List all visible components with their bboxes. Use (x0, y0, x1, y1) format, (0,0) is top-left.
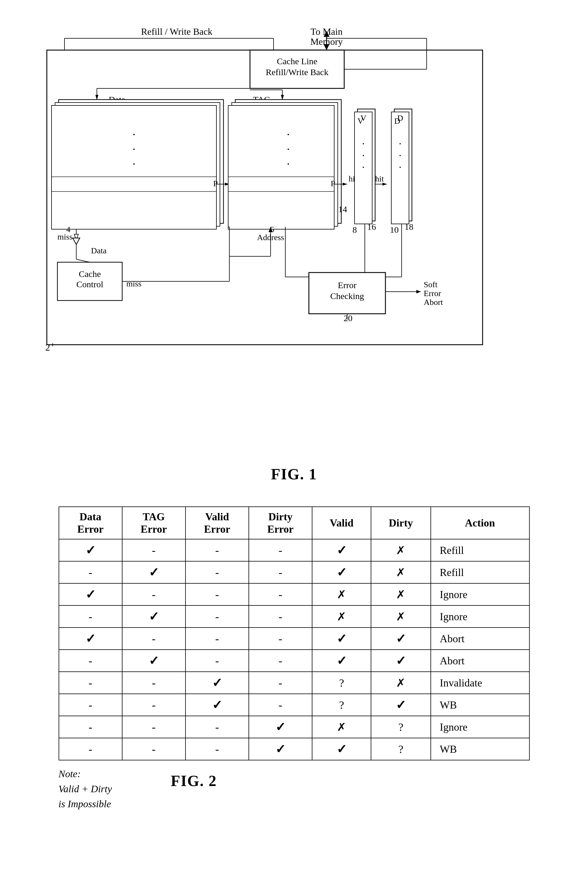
svg-text:Checking: Checking (330, 291, 364, 301)
table-cell-0-4: ✓ (312, 539, 371, 561)
col-header-tag-error: TAGError (122, 507, 186, 539)
svg-text:Refill / Write Back: Refill / Write Back (141, 26, 212, 37)
table-cell-9-0: - (59, 738, 122, 760)
svg-text:D: D (394, 116, 400, 125)
table-cell-1-5: ✗ (371, 561, 431, 583)
table-cell-2-2: - (186, 583, 249, 605)
col-header-dirty: Dirty (371, 507, 431, 539)
table-cell-6-3: - (249, 672, 312, 694)
svg-text:V: V (357, 116, 363, 125)
svg-text:10: 10 (390, 225, 399, 234)
table-row: ✓---✗✗Ignore (59, 583, 529, 605)
fig2-container: DataError TAGError ValidError DirtyError… (59, 507, 530, 811)
table-cell-8-5: ? (371, 716, 431, 738)
table-cell-8-3: ✓ (249, 716, 312, 738)
table-cell-6-6: Invalidate (431, 672, 529, 694)
table-cell-9-5: ? (371, 738, 431, 760)
table-cell-2-4: ✗ (312, 583, 371, 605)
table-cell-2-1: - (122, 583, 186, 605)
svg-text:20: 20 (344, 313, 352, 323)
table-row: ---✓✓?WB (59, 738, 529, 760)
table-cell-3-0: - (59, 605, 122, 627)
svg-text:·: · (132, 143, 135, 156)
table-cell-5-6: Abort (431, 650, 529, 672)
table-cell-4-4: ✓ (312, 627, 371, 650)
table-cell-8-6: Ignore (431, 716, 529, 738)
table-cell-4-2: - (186, 627, 249, 650)
table-cell-3-1: ✓ (122, 605, 186, 627)
table-cell-4-0: ✓ (59, 627, 122, 650)
table-cell-7-4: ? (312, 694, 371, 716)
table-cell-1-6: Refill (431, 561, 529, 583)
svg-marker-48 (343, 183, 347, 186)
table-cell-5-2: - (186, 650, 249, 672)
table-cell-6-2: ✓ (186, 672, 249, 694)
table-row: --✓-?✓WB (59, 694, 529, 716)
table-cell-2-6: Ignore (431, 583, 529, 605)
table-cell-5-0: - (59, 650, 122, 672)
table-cell-4-3: - (249, 627, 312, 650)
table-cell-4-6: Abort (431, 627, 529, 650)
table-row: ✓---✓✓Abort (59, 627, 529, 650)
table-cell-7-0: - (59, 694, 122, 716)
table-header-row: DataError TAGError ValidError DirtyError… (59, 507, 529, 539)
table-cell-0-6: Refill (431, 539, 529, 561)
svg-text:Abort: Abort (424, 298, 443, 307)
table-cell-2-0: ✓ (59, 583, 122, 605)
svg-line-96 (76, 259, 90, 262)
svg-marker-105 (416, 290, 421, 293)
svg-text:Error: Error (424, 289, 441, 298)
table-cell-7-2: ✓ (186, 694, 249, 716)
svg-text:·: · (362, 161, 365, 173)
table-cell-7-6: WB (431, 694, 529, 716)
col-header-valid-error: ValidError (186, 507, 249, 539)
table-cell-3-4: ✗ (312, 605, 371, 627)
table-row: ---✓✗?Ignore (59, 716, 529, 738)
table-cell-5-4: ✓ (312, 650, 371, 672)
svg-text:P: P (331, 179, 336, 188)
svg-rect-40 (228, 106, 334, 229)
svg-text:·: · (287, 143, 290, 156)
fig1-title: FIG. 1 (24, 465, 564, 483)
table-cell-2-5: ✗ (371, 583, 431, 605)
table-cell-9-4: ✓ (312, 738, 371, 760)
svg-text:·: · (287, 157, 290, 171)
svg-text:P: P (213, 179, 218, 188)
svg-text:16: 16 (367, 222, 376, 232)
table-row: ✓---✓✗Refill (59, 539, 529, 561)
table-cell-5-3: - (249, 650, 312, 672)
table-cell-0-3: - (249, 539, 312, 561)
svg-marker-89 (73, 238, 80, 244)
svg-text:·: · (362, 138, 365, 150)
svg-text:·: · (399, 138, 401, 150)
table-row: -✓--✗✗Ignore (59, 605, 529, 627)
table-cell-1-2: - (186, 561, 249, 583)
fig2-title: FIG. 2 (171, 772, 217, 790)
table-cell-7-5: ✓ (371, 694, 431, 716)
table-cell-1-1: ✓ (122, 561, 186, 583)
svg-text:Data: Data (91, 246, 107, 255)
table-cell-6-1: - (122, 672, 186, 694)
table-cell-8-1: - (122, 716, 186, 738)
table-cell-0-0: ✓ (59, 539, 122, 561)
svg-text:miss: miss (126, 279, 141, 288)
table-cell-7-1: - (122, 694, 186, 716)
table-cell-8-2: - (186, 716, 249, 738)
table-cell-5-1: ✓ (122, 650, 186, 672)
table-cell-6-0: - (59, 672, 122, 694)
table-cell-9-6: WB (431, 738, 529, 760)
table-cell-4-5: ✓ (371, 627, 431, 650)
svg-text:·: · (132, 128, 135, 141)
svg-text:·: · (287, 128, 290, 141)
table-cell-8-0: - (59, 716, 122, 738)
svg-text:·: · (399, 150, 401, 161)
svg-text:14: 14 (338, 204, 347, 214)
table-cell-0-2: - (186, 539, 249, 561)
table-cell-1-0: - (59, 561, 122, 583)
page: 2 To Main Memory Refill / Write Back Cac… (0, 0, 588, 870)
table-cell-0-5: ✗ (371, 539, 431, 561)
svg-text:Control: Control (76, 279, 103, 289)
svg-text:Cache Line: Cache Line (277, 56, 317, 66)
table-cell-6-5: ✗ (371, 672, 431, 694)
svg-text:·: · (362, 150, 365, 161)
